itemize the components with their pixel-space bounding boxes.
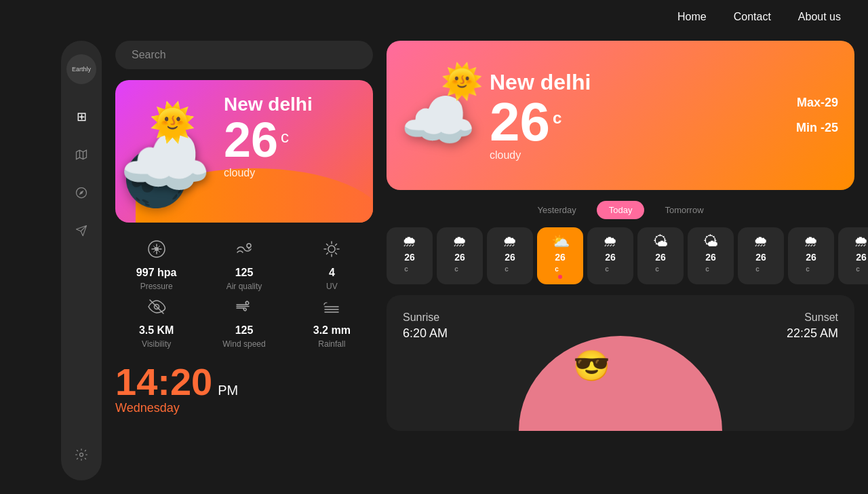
hour-temp-9: 26c [856,252,867,273]
day-btn-yesterday[interactable]: Yesterday [525,201,588,219]
top-right-temp: 26 [490,95,550,149]
hour-card-4[interactable]: 🌧 26c [587,227,633,284]
visibility-label: Visibility [142,339,171,349]
hour-icon-9: 🌧 [854,233,868,250]
clock-section: 14:20 PM Wednesday [115,360,373,415]
sidebar-brand: Earthly [66,54,96,84]
hour-card-8[interactable]: 🌧 26c [788,227,834,284]
top-navigation: Home Contact About us [0,0,868,34]
pressure-icon [146,239,167,264]
hour-icon-7: 🌧 [753,233,768,250]
nav-about[interactable]: About us [798,11,841,23]
sun-card: Sunrise 6:20 AM Sunset 22:25 AM [387,295,854,431]
stat-pressure: 997 hpa Pressure [115,239,197,291]
air-quality-label: Air quality [226,282,262,291]
rainfall-icon [321,297,342,322]
hour-card-9[interactable]: 🌧 26c [838,227,868,284]
stat-wind: 125 Wind speed [203,297,285,349]
sunrise-label: Sunrise [403,311,448,324]
main-content: Search ☀️ 🌑 ☁️ 🌞 New delhi 26 [115,41,854,480]
hour-icon-2: 🌧 [502,233,517,250]
visibility-value: 3.5 KM [139,324,174,337]
sunrise-section: Sunrise 6:20 AM [403,311,448,341]
sunrise-time: 6:20 AM [403,326,448,341]
clock-day: Wednesday [115,401,373,415]
weather-temp: 26 [224,115,278,164]
pressure-value: 997 hpa [136,267,177,279]
stats-grid: 997 hpa Pressure 125 Air quality [115,239,373,349]
left-panel: Search ☀️ 🌑 ☁️ 🌞 New delhi 26 [115,41,373,480]
air-quality-icon [234,239,254,264]
hour-card-2[interactable]: 🌧 26c [487,227,533,284]
top-right-city: New delhi [490,70,841,95]
sidebar-icon-compass[interactable] [69,180,94,205]
svg-point-8 [519,336,722,431]
hour-temp-4: 26c [605,252,616,273]
sidebar-icon-map[interactable] [69,142,94,167]
visibility-icon [146,297,167,322]
top-right-minmax: Max-29 Min -25 [796,96,838,135]
top-right-weather-card: ☁️ 🌞 New delhi 26 c cloudy Max-29 Min -2… [387,41,854,190]
top-right-unit: c [553,109,561,128]
hour-card-3[interactable]: ⛅ 26c [537,227,583,284]
svg-point-1 [80,453,83,457]
sun-arc-container: 😎 [512,322,729,431]
sunset-label: Sunset [787,311,838,324]
hour-icon-6: 🌤 [703,233,718,250]
sun-arc-svg [512,322,729,431]
search-bar[interactable]: Search [115,41,373,69]
search-placeholder: Search [132,49,166,60]
clock-ampm: PM [218,383,238,398]
hour-temp-7: 26c [755,252,766,273]
top-right-max: Max-29 [797,96,838,110]
top-right-min: Min -25 [796,121,838,135]
pressure-label: Pressure [140,282,173,291]
uv-label: UV [326,282,338,291]
nav-home[interactable]: Home [677,11,707,23]
hour-card-6[interactable]: 🌤 26c [688,227,734,284]
sidebar-settings-icon[interactable] [69,442,94,467]
hour-active-dot [558,275,562,279]
stat-air-quality: 125 Air quality [203,239,285,291]
sidebar-icon-send[interactable] [69,218,94,243]
day-btn-tomorrow[interactable]: Tomorrow [652,201,715,219]
wind-icon [234,297,254,322]
weather-card: ☀️ 🌑 ☁️ 🌞 New delhi 26 c cloudy [115,80,373,223]
hour-icon-1: 🌧 [452,233,467,250]
stat-uv: 4 UV [291,239,373,291]
hour-temp-3: 26c [555,252,566,273]
top-right-cloud-icon: ☁️ 🌞 [387,78,476,153]
hour-temp-8: 26c [806,252,816,273]
hour-temp-0: 26c [404,252,415,273]
sun-position-emoji: 😎 [573,348,610,383]
hour-card-7[interactable]: 🌧 26c [738,227,784,284]
air-quality-value: 125 [235,267,254,279]
stat-rainfall: 3.2 mm Rainfall [291,297,373,349]
day-btn-today[interactable]: Today [597,201,645,219]
hour-temp-5: 26c [655,252,666,273]
weather-unit: c [281,129,289,145]
hour-icon-0: 🌧 [402,233,417,250]
day-selector: Yesterday Today Tomorrow [387,201,854,219]
hour-card-5[interactable]: 🌤 26c [637,227,684,284]
hour-icon-8: 🌧 [804,233,818,250]
sunset-section: Sunset 22:25 AM [787,311,838,341]
hour-icon-3: ⛅ [551,233,570,250]
hour-card-1[interactable]: 🌧 26c [437,227,483,284]
sunset-time: 22:25 AM [787,326,838,341]
wind-value: 125 [235,324,254,337]
hour-card-0[interactable]: 🌧 26c [387,227,433,284]
sidebar: Earthly ⊞ [61,41,102,480]
sidebar-icon-grid[interactable]: ⊞ [69,104,94,129]
hour-temp-6: 26c [705,252,716,273]
hour-icon-4: 🌧 [603,233,618,250]
svg-point-4 [247,244,251,248]
hourly-forecast-row: 🌧 26c 🌧 26c 🌧 26c ⛅ 26c 🌧 26c 🌤 26c 🌤 26… [387,227,854,284]
hour-temp-1: 26c [454,252,465,273]
rainfall-label: Rainfall [318,339,345,349]
rainfall-value: 3.2 mm [313,324,351,337]
weather-desc: cloudy [224,167,359,179]
uv-icon [321,239,342,264]
uv-value: 4 [329,267,335,279]
nav-contact[interactable]: Contact [734,11,771,23]
